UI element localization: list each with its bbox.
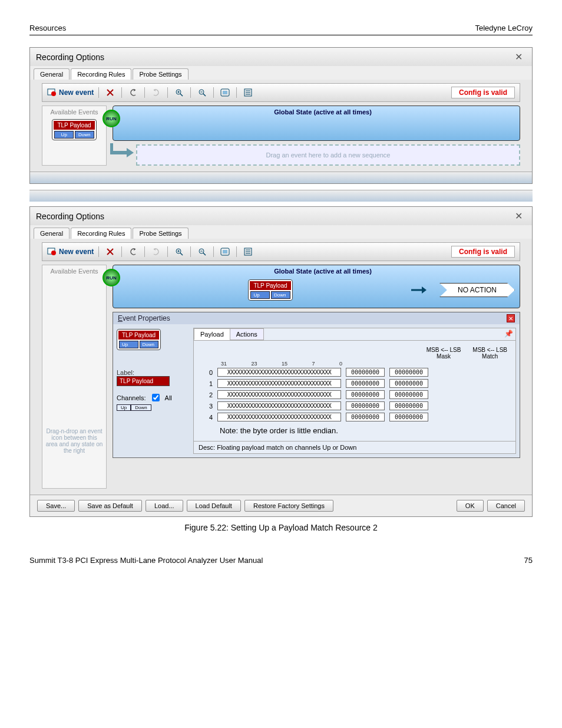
new-event-icon [47,248,57,256]
tab-probe-settings[interactable]: Probe Settings [133,68,188,80]
tab-actions[interactable]: Actions [230,328,264,340]
svg-line-26 [203,253,206,255]
svg-point-18 [51,251,56,255]
tab-recording-rules[interactable]: Recording Rules [71,228,131,239]
redo-icon[interactable] [150,86,163,99]
svg-line-5 [180,94,183,96]
match-col-label: Match [472,353,507,360]
restore-button[interactable]: Restore Factory Settings [244,500,333,512]
channels-all-checkbox[interactable] [152,394,160,401]
tab-general[interactable]: General [34,68,70,80]
titlebar-1: Recording Options ✕ [30,48,532,66]
tabs-2: General Recording Rules Probe Settings [30,225,532,239]
label-input[interactable] [117,376,170,386]
mask-input[interactable]: 00000000 [346,368,385,377]
state-label: Global State (active at all times) [131,108,515,116]
tab-general[interactable]: General [34,228,70,239]
match-input[interactable]: 00000000 [389,413,428,421]
payload-row: 0 XXXXXXXXXXXXXXXXXXXXXXXXXXXXXXXX 00000… [202,368,507,377]
arrow-icon [410,284,428,296]
new-event-button[interactable]: New event [47,248,94,256]
settings-icon[interactable] [242,245,254,258]
drag-zone[interactable]: Drag an event here to add a new sequence [136,144,520,166]
mask-input[interactable]: 00000000 [346,390,385,399]
byte-order-note: Note: the byte order is little endian. [220,426,507,435]
save-default-button[interactable]: Save as Default [78,500,142,512]
fit-icon[interactable] [219,245,232,258]
bits-input[interactable]: XXXXXXXXXXXXXXXXXXXXXXXXXXXXXXXX [217,413,341,421]
pin-icon[interactable]: 📌 [504,330,513,338]
msb-match-label: MSB <-- LSB [472,347,507,353]
mask-input[interactable]: 00000000 [346,413,385,421]
ok-button[interactable]: OK [457,500,484,512]
footer-left: Summit T3-8 PCI Express Multi-Lane Proto… [29,556,263,565]
zoom-in-icon[interactable] [173,245,186,258]
payload-row: 4 XXXXXXXXXXXXXXXXXXXXXXXXXXXXXXXX 00000… [202,413,507,421]
event-properties-right: 📌 Payload Actions MSB <-- LSB Mask [193,328,516,454]
delete-icon[interactable] [104,245,117,258]
undo-icon[interactable] [127,86,140,99]
toolbar-1: New event Config is valid [42,83,520,102]
config-valid-label: Config is valid [451,246,515,258]
fit-icon[interactable] [219,86,232,99]
mask-input[interactable]: 00000000 [346,401,385,410]
dialog-recording-options-1: Recording Options ✕ General Recording Ru… [29,47,533,184]
mask-input[interactable]: 00000000 [346,379,385,388]
bits-input[interactable]: XXXXXXXXXXXXXXXXXXXXXXXXXXXXXXXX [217,390,341,399]
close-icon[interactable]: ✕ [511,210,526,222]
save-button[interactable]: Save... [37,500,75,512]
redo-icon[interactable] [150,245,163,258]
tlp-payload-chip[interactable]: TLP Payload Up Down [52,119,96,140]
zoom-out-icon[interactable] [196,86,209,99]
channel-updown[interactable]: Up Down [117,404,187,411]
separator [30,172,532,183]
bits-input[interactable]: XXXXXXXXXXXXXXXXXXXXXXXXXXXXXXXX [217,379,341,388]
tab-payload[interactable]: Payload [194,328,230,340]
bits-input[interactable]: XXXXXXXXXXXXXXXXXXXXXXXXXXXXXXXX [217,401,341,410]
channels-label: Channels: [117,394,146,401]
page-footer: Summit T3-8 PCI Express Multi-Lane Proto… [29,556,533,565]
payload-row: 1 XXXXXXXXXXXXXXXXXXXXXXXXXXXXXXXX 00000… [202,379,507,388]
svg-line-22 [180,253,183,255]
match-input[interactable]: 00000000 [389,401,428,410]
config-valid-label: Config is valid [451,87,515,98]
match-input[interactable]: 00000000 [389,368,428,377]
match-input[interactable]: 00000000 [389,390,428,399]
page-header: Resources Teledyne LeCroy [29,24,533,35]
global-state-box[interactable]: RUN Global State (active at all times) T… [113,265,520,308]
no-action-pill[interactable]: NO ACTION [439,283,515,297]
channels-all-label: All [165,394,172,401]
canvas-1[interactable]: RUN Global State (active at all times) D… [113,106,520,166]
dialog-recording-options-2: Recording Options ✕ General Recording Ru… [29,206,533,517]
bits-input[interactable]: XXXXXXXXXXXXXXXXXXXXXXXXXXXXXXXX [217,368,341,377]
undo-icon[interactable] [127,245,140,258]
event-properties-title: EEvent Propertiesvent Properties [118,314,170,322]
tab-recording-rules[interactable]: Recording Rules [71,68,131,80]
tlp-payload-chip[interactable]: TLP Payload Up Down [248,279,292,301]
separator [29,190,533,202]
settings-icon[interactable] [242,86,254,99]
cancel-button[interactable]: Cancel [487,500,525,512]
close-icon[interactable]: ✕ [511,51,526,62]
header-right: Teledyne LeCroy [475,24,533,32]
close-icon[interactable]: ✕ [507,314,515,322]
zoom-out-icon[interactable] [196,245,209,258]
event-properties-left: TLP Payload Up Down Label: [117,328,187,454]
load-default-button[interactable]: Load Default [187,500,241,512]
payload-row: 3 XXXXXXXXXXXXXXXXXXXXXXXXXXXXXXXX 00000… [202,401,507,410]
msb-mask-label: MSB <-- LSB [427,347,461,353]
zoom-in-icon[interactable] [173,86,186,99]
canvas-2[interactable]: RUN Global State (active at all times) T… [113,265,520,489]
svg-point-1 [51,91,56,96]
sidebar-title: Available Events [45,268,104,275]
figure-caption: Figure 5.22: Setting Up a Payload Match … [29,523,533,532]
load-button[interactable]: Load... [146,500,183,512]
payload-grid: MSB <-- LSB Mask MSB <-- LSB Match [194,341,515,441]
tab-probe-settings[interactable]: Probe Settings [133,228,188,239]
match-input[interactable]: 00000000 [389,379,428,388]
tlp-payload-chip[interactable]: TLP Payload Up Down [117,329,161,350]
delete-icon[interactable] [104,86,117,99]
global-state-box[interactable]: RUN Global State (active at all times) [113,106,520,141]
dialog-title: Recording Options [36,52,104,62]
new-event-button[interactable]: New event [47,88,94,97]
